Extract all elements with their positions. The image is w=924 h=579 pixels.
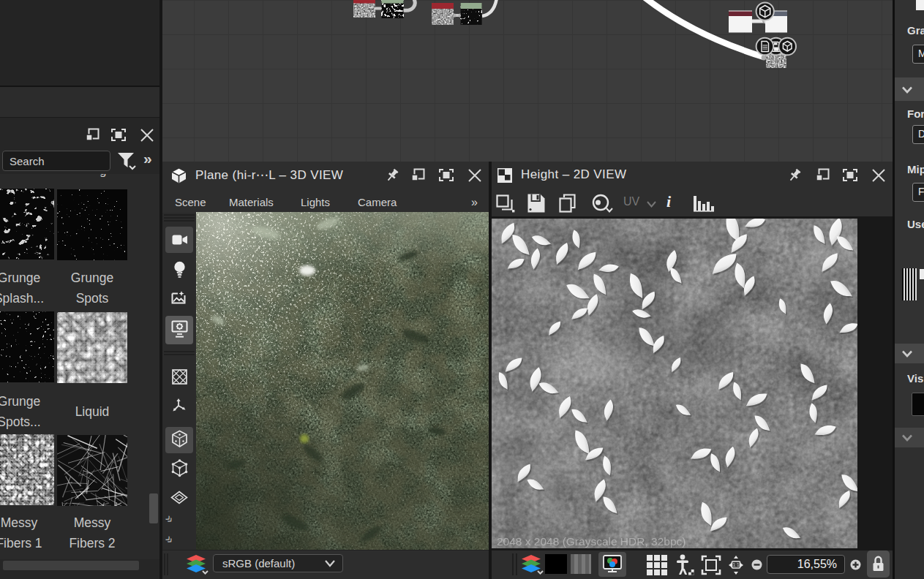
svg-text:1:1: 1:1 (732, 562, 739, 567)
svg-text:2048 x 2048 (Grayscale HDR, 32: 2048 x 2048 (Grayscale HDR, 32bpc) (497, 535, 686, 548)
